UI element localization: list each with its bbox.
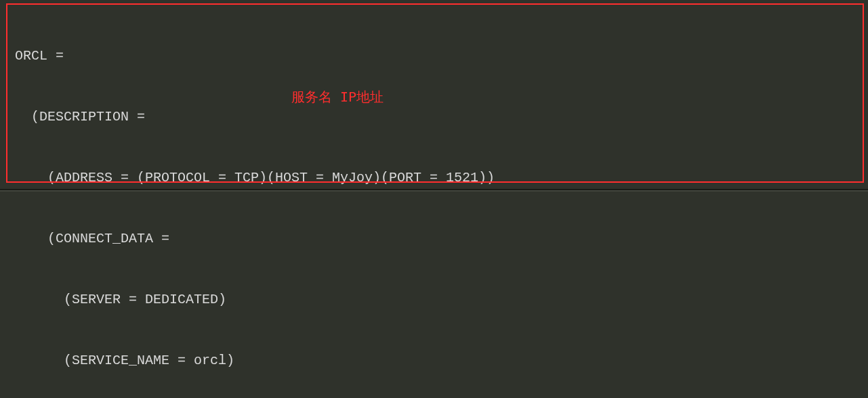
code-line: (SERVICE_NAME = orcl) — [15, 351, 868, 371]
code-line: (CONNECT_DATA = — [15, 229, 868, 249]
code-line: (SERVER = DEDICATED) — [15, 290, 868, 310]
annotation-label: 服务名 IP地址 — [291, 87, 384, 107]
annotation-highlight-box — [6, 3, 864, 183]
horizontal-divider — [0, 190, 868, 192]
code-editor[interactable]: ORCL = (DESCRIPTION = (ADDRESS = (PROTOC… — [0, 0, 868, 398]
